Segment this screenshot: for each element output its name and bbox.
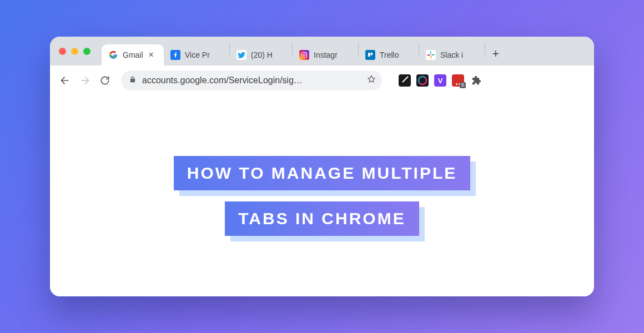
tab-twitter[interactable]: (20) H xyxy=(230,44,292,65)
plus-icon: + xyxy=(492,47,500,61)
headline-line-1: HOW TO MANAGE MULTIPLE xyxy=(174,156,471,190)
headline-text: TABS IN CHROME xyxy=(225,201,419,236)
extension-color-picker[interactable] xyxy=(399,74,411,87)
twitter-icon xyxy=(237,50,246,60)
slack-icon xyxy=(426,50,436,60)
extension-badge: 5 xyxy=(460,82,466,88)
svg-point-1 xyxy=(303,54,305,56)
svg-rect-5 xyxy=(430,51,431,54)
vidyard-letter: V xyxy=(438,77,443,85)
tabs-container: Gmail × Vice Pr (20) H xyxy=(102,37,588,65)
headline-text: HOW TO MANAGE MULTIPLE xyxy=(174,156,471,190)
tab-instagram[interactable]: Instagr xyxy=(293,44,358,65)
tab-label: Slack i xyxy=(440,51,463,59)
tab-label: (20) H xyxy=(251,51,273,59)
window-controls xyxy=(59,37,102,65)
tab-strip: Gmail × Vice Pr (20) H xyxy=(50,37,594,65)
window-maximize-button[interactable] xyxy=(83,48,90,55)
svg-rect-8 xyxy=(427,54,430,56)
svg-rect-6 xyxy=(431,54,434,56)
tab-label: Instagr xyxy=(314,51,338,59)
window-minimize-button[interactable] xyxy=(71,48,78,55)
tab-label: Gmail xyxy=(123,51,143,59)
google-icon xyxy=(108,50,118,60)
page-content: HOW TO MANAGE MULTIPLE TABS IN CHROME xyxy=(50,95,594,296)
svg-point-2 xyxy=(305,53,306,54)
puzzle-icon xyxy=(470,75,481,86)
tab-separator xyxy=(485,43,485,55)
window-close-button[interactable] xyxy=(59,48,66,55)
headline: HOW TO MANAGE MULTIPLE TABS IN CHROME xyxy=(174,150,471,241)
extension-lastpass[interactable]: 5 xyxy=(452,74,464,87)
lock-icon xyxy=(129,75,137,85)
instagram-icon xyxy=(299,50,309,60)
tab-slack[interactable]: Slack i xyxy=(419,44,485,65)
headline-line-2: TABS IN CHROME xyxy=(225,201,419,236)
url-text: accounts.google.com/ServiceLogin/sig… xyxy=(142,75,361,85)
facebook-icon xyxy=(170,50,180,60)
extensions-row: V 5 xyxy=(399,74,482,87)
reload-button[interactable] xyxy=(98,73,112,88)
tab-gmail[interactable]: Gmail × xyxy=(102,44,164,65)
toolbar: accounts.google.com/ServiceLogin/sig… V … xyxy=(50,65,594,95)
extensions-menu-button[interactable] xyxy=(470,74,482,87)
new-tab-button[interactable]: + xyxy=(487,46,504,62)
svg-rect-4 xyxy=(371,53,373,56)
tab-label: Trello xyxy=(380,51,399,59)
extension-vidyard[interactable]: V xyxy=(434,74,446,87)
forward-button[interactable] xyxy=(78,73,92,88)
close-icon[interactable]: × xyxy=(149,50,154,60)
svg-rect-7 xyxy=(430,56,431,58)
back-button[interactable] xyxy=(58,73,72,88)
bookmark-star-icon[interactable] xyxy=(366,74,376,87)
address-bar[interactable]: accounts.google.com/ServiceLogin/sig… xyxy=(121,70,382,90)
extension-screen-recorder[interactable] xyxy=(416,74,429,87)
tab-trello[interactable]: Trello xyxy=(359,44,419,65)
tab-facebook[interactable]: Vice Pr xyxy=(164,44,229,65)
tab-label: Vice Pr xyxy=(185,51,210,59)
browser-window: Gmail × Vice Pr (20) H xyxy=(50,37,594,296)
trello-icon xyxy=(365,50,375,60)
svg-rect-3 xyxy=(368,53,370,57)
